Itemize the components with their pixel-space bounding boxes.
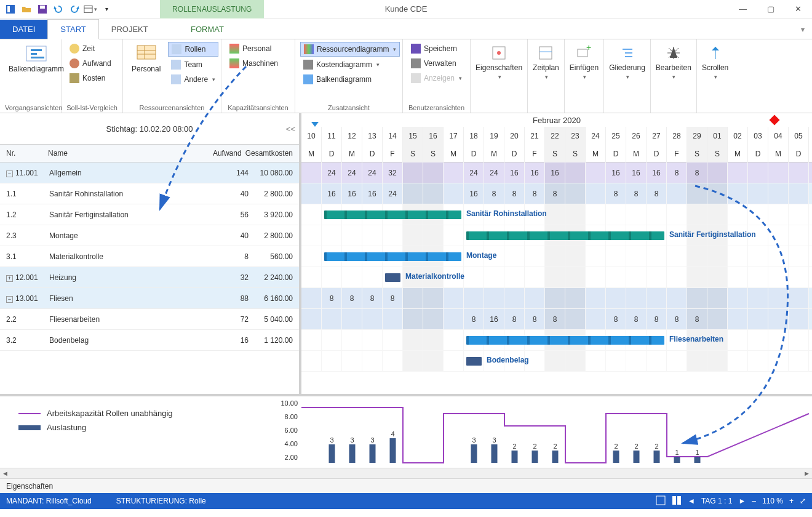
day-cell[interactable]: 12 (342, 127, 362, 145)
status-view2-icon[interactable] (672, 495, 682, 507)
day-cell[interactable]: 01 (707, 127, 728, 145)
table-row[interactable]: 1.2Sanitär Fertiginstallation563 920.00 (0, 204, 299, 225)
day-cell[interactable]: 29 (687, 127, 707, 145)
day-cell[interactable]: 17 (444, 127, 464, 145)
ressourcendiagramm-button[interactable]: Ressourcendiagramm▾ (300, 42, 400, 57)
day-cell[interactable]: 13 (362, 127, 383, 145)
scrollen-button[interactable]: Scrollen▾ (697, 39, 733, 113)
gantt-body[interactable]: 2424243224241616161616168816161624168888… (301, 162, 812, 394)
col-header-name[interactable]: Name (48, 149, 204, 158)
day-cell[interactable]: 28 (667, 127, 687, 145)
day-cell[interactable]: 21 (525, 127, 545, 145)
window-split-icon[interactable]: ▾ (84, 2, 97, 16)
day-cell[interactable]: 02 (728, 127, 748, 145)
expand-icon[interactable]: + (6, 275, 13, 282)
zeit-button[interactable]: Zeit (66, 42, 114, 55)
gantt-bar[interactable] (466, 336, 664, 345)
col-header-aufwand[interactable]: Aufwand (203, 149, 245, 158)
day-cell[interactable]: 26 (626, 127, 647, 145)
gantt-row[interactable]: Sanitär Rohinstallation (301, 204, 812, 225)
app-icon[interactable] (4, 2, 17, 16)
table-row[interactable]: 3.2Bodenbelag161 120.00 (0, 330, 299, 351)
table-row[interactable]: 1.1Sanitär Rohinstallation402 800.00 (0, 183, 299, 204)
team-button[interactable]: Team (168, 58, 218, 71)
gantt-row[interactable]: 8888 (301, 288, 812, 309)
gliederung-button[interactable]: Gliederung▾ (604, 39, 651, 113)
collapse-button[interactable]: << (286, 124, 295, 134)
tab-datei[interactable]: DATEI (0, 20, 47, 39)
gantt-bar[interactable] (324, 210, 461, 219)
table-row[interactable]: −11.001Allgemein14410 080.00 (0, 162, 299, 183)
balkendiagramm-button[interactable]: Balkendiagramm (5, 42, 68, 76)
gantt-row[interactable]: Materialkontrolle (301, 267, 812, 288)
status-tag[interactable]: TAG 1 : 1 (701, 497, 732, 505)
gantt-row[interactable]: Sanitär Fertiginstallation (301, 225, 812, 246)
zoom-in-button[interactable]: + (789, 497, 794, 505)
table-row[interactable]: 3.1Materialkontrolle8560.00 (0, 246, 299, 267)
day-cell[interactable]: 24 (586, 127, 606, 145)
day-cell[interactable]: 14 (383, 127, 403, 145)
day-cell[interactable]: 03 (748, 127, 768, 145)
verwalten-button[interactable]: Verwalten (408, 57, 465, 70)
day-cell[interactable]: 19 (484, 127, 504, 145)
save-icon[interactable] (36, 2, 49, 16)
day-cell[interactable]: 22 (545, 127, 565, 145)
rollen-button[interactable]: Rollen (168, 42, 218, 57)
tab-format[interactable]: FORMAT (178, 18, 236, 39)
kosten-button[interactable]: Kosten (66, 71, 114, 85)
expand-icon[interactable]: − (6, 170, 13, 177)
day-cell[interactable]: 25 (606, 127, 626, 145)
table-row[interactable]: −13.001Fliesen886 160.00 (0, 288, 299, 309)
andere-button[interactable]: Andere▾ (168, 73, 218, 86)
gantt-row[interactable]: 81688888888 (301, 309, 812, 330)
gantt-bar[interactable] (466, 231, 664, 240)
maschinen-button[interactable]: Maschinen (226, 57, 281, 70)
zeitplan-button[interactable]: Zeitplan▾ (528, 39, 565, 113)
close-button[interactable]: ✕ (784, 0, 812, 18)
table-row[interactable]: 2.3Montage402 800.00 (0, 225, 299, 246)
day-cell[interactable]: 11 (322, 127, 342, 145)
status-view1-icon[interactable] (656, 495, 666, 507)
properties-bar[interactable]: Eigenschaften (0, 478, 812, 493)
tab-projekt[interactable]: PROJEKT (99, 20, 161, 39)
day-cell[interactable]: 18 (464, 127, 484, 145)
speichern-button[interactable]: Speichern (408, 42, 465, 55)
personal-kap-button[interactable]: Personal (226, 42, 281, 55)
col-header-nr[interactable]: Nr. (0, 149, 48, 158)
horizontal-scrollbar[interactable]: ◄ ► (0, 468, 812, 478)
minimize-button[interactable]: — (729, 0, 757, 18)
undo-icon[interactable] (52, 2, 65, 16)
day-cell[interactable]: 23 (565, 127, 586, 145)
einfuegen-button[interactable]: +Einfügen▾ (565, 39, 604, 113)
bearbeiten-button[interactable]: Bearbeiten▾ (651, 39, 697, 113)
day-cell[interactable]: 20 (504, 127, 525, 145)
kostendiagramm-button[interactable]: Kostendiagramm▾ (300, 58, 400, 71)
tab-start[interactable]: START (47, 19, 98, 39)
gantt-row[interactable]: Fliesenarbeiten (301, 330, 812, 351)
eigenschaften-button[interactable]: Eigenschaften▾ (471, 39, 528, 113)
balkendiagramm-zusatz-button[interactable]: Balkendiagramm (300, 73, 400, 86)
ribbon-collapse-icon[interactable]: ▾ (794, 20, 812, 39)
status-zoom[interactable]: 110 % (762, 497, 783, 505)
table-row[interactable]: 2.2Fliesenarbeiten725 040.00 (0, 309, 299, 330)
day-cell[interactable]: 15 (403, 127, 423, 145)
day-cell[interactable]: 04 (768, 127, 789, 145)
gantt-bar[interactable] (466, 357, 482, 366)
gantt-bar[interactable] (324, 252, 461, 261)
aufwand-button[interactable]: Aufwand (66, 57, 114, 70)
col-header-kosten[interactable]: Gesamtkosten (245, 149, 299, 158)
day-cell[interactable]: 10 (301, 127, 322, 145)
day-cell[interactable]: 16 (423, 127, 444, 145)
gantt-row[interactable]: Montage (301, 246, 812, 267)
context-tab-rollenauslastung[interactable]: ROLLENAUSLASTUNG (160, 0, 264, 18)
open-icon[interactable] (20, 2, 33, 16)
day-cell[interactable]: 27 (647, 127, 667, 145)
zoom-out-button[interactable]: – (752, 497, 756, 505)
maximize-button[interactable]: ▢ (757, 0, 784, 18)
gantt-bar[interactable] (385, 273, 400, 282)
personal-button[interactable]: Personal (128, 42, 164, 76)
anzeigen-button[interactable]: Anzeigen▾ (408, 71, 465, 85)
qat-customize-icon[interactable]: ▾ (100, 2, 113, 16)
gantt-row[interactable]: 24242432242416161616161688 (301, 162, 812, 183)
day-cell[interactable]: 05 (789, 127, 809, 145)
